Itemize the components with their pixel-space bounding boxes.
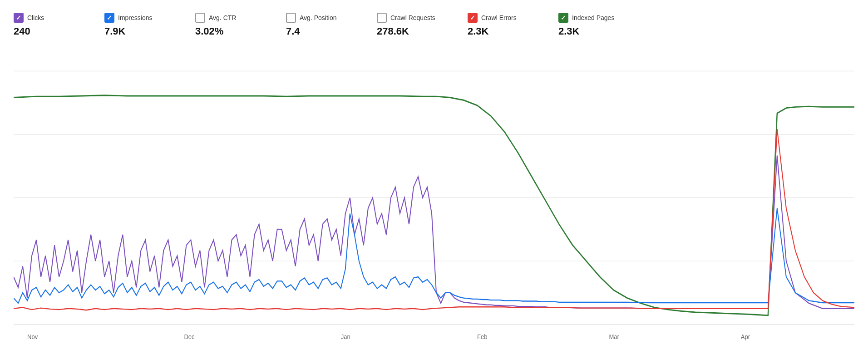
metric-value-avg-ctr: 3.02% bbox=[195, 25, 223, 37]
indexed-pages-line bbox=[14, 95, 854, 315]
x-label-dec: Dec bbox=[184, 333, 194, 340]
metric-header-avg-position: Avg. Position bbox=[286, 13, 336, 23]
checkbox-avg-position[interactable] bbox=[286, 13, 296, 23]
metric-item-crawl-requests[interactable]: Crawl Requests278.6K bbox=[377, 9, 468, 41]
metric-item-avg-position[interactable]: Avg. Position7.4 bbox=[286, 9, 377, 41]
metric-item-impressions[interactable]: ✓Impressions7.9K bbox=[104, 9, 195, 41]
metric-header-impressions: ✓Impressions bbox=[104, 13, 152, 23]
metric-header-avg-ctr: Avg. CTR bbox=[195, 13, 236, 23]
checkmark-impressions: ✓ bbox=[107, 15, 112, 21]
metric-label-crawl-requests: Crawl Requests bbox=[390, 14, 435, 21]
metric-item-crawl-errors[interactable]: ✓Crawl Errors2.3K bbox=[468, 9, 558, 41]
metric-label-impressions: Impressions bbox=[118, 14, 152, 21]
metric-value-indexed-pages: 2.3K bbox=[558, 25, 579, 37]
metric-item-indexed-pages[interactable]: ✓Indexed Pages2.3K bbox=[558, 9, 649, 41]
x-label-apr: Apr bbox=[741, 333, 750, 340]
checkbox-indexed-pages[interactable]: ✓ bbox=[558, 13, 568, 23]
checkbox-crawl-errors[interactable]: ✓ bbox=[468, 13, 478, 23]
metric-item-avg-ctr[interactable]: Avg. CTR3.02% bbox=[195, 9, 286, 41]
metric-header-crawl-errors: ✓Crawl Errors bbox=[468, 13, 517, 23]
metric-label-indexed-pages: Indexed Pages bbox=[572, 14, 614, 21]
metric-header-clicks: ✓Clicks bbox=[14, 13, 44, 23]
x-label-mar: Mar bbox=[609, 333, 619, 340]
clicks-line bbox=[14, 155, 854, 309]
main-container: ✓Clicks240✓Impressions7.9KAvg. CTR3.02%A… bbox=[0, 0, 868, 350]
x-label-jan: Jan bbox=[341, 333, 350, 340]
checkbox-clicks[interactable]: ✓ bbox=[14, 13, 24, 23]
crawl-errors-line bbox=[14, 129, 854, 310]
checkmark-clicks: ✓ bbox=[16, 15, 21, 21]
metrics-row: ✓Clicks240✓Impressions7.9KAvg. CTR3.02%A… bbox=[14, 9, 854, 41]
checkmark-crawl-errors: ✓ bbox=[470, 15, 475, 21]
metric-value-crawl-errors: 2.3K bbox=[468, 25, 488, 37]
metric-value-clicks: 240 bbox=[14, 25, 30, 37]
metric-label-avg-ctr: Avg. CTR bbox=[209, 14, 236, 21]
metric-label-crawl-errors: Crawl Errors bbox=[481, 14, 517, 21]
x-label-feb: Feb bbox=[477, 333, 488, 340]
metric-header-crawl-requests: Crawl Requests bbox=[377, 13, 435, 23]
metric-value-avg-position: 7.4 bbox=[286, 25, 300, 37]
checkmark-indexed-pages: ✓ bbox=[561, 15, 566, 21]
checkbox-avg-ctr[interactable] bbox=[195, 13, 205, 23]
checkbox-crawl-requests[interactable] bbox=[377, 13, 387, 23]
metric-value-impressions: 7.9K bbox=[104, 25, 125, 37]
metric-label-clicks: Clicks bbox=[27, 14, 44, 21]
metric-item-clicks[interactable]: ✓Clicks240 bbox=[14, 9, 104, 41]
chart-area: Nov Dec Jan Feb Mar Apr bbox=[14, 50, 854, 345]
metric-header-indexed-pages: ✓Indexed Pages bbox=[558, 13, 614, 23]
checkbox-impressions[interactable]: ✓ bbox=[104, 13, 114, 23]
metric-label-avg-position: Avg. Position bbox=[300, 14, 336, 21]
x-label-nov: Nov bbox=[27, 333, 38, 340]
metric-value-crawl-requests: 278.6K bbox=[377, 25, 409, 37]
